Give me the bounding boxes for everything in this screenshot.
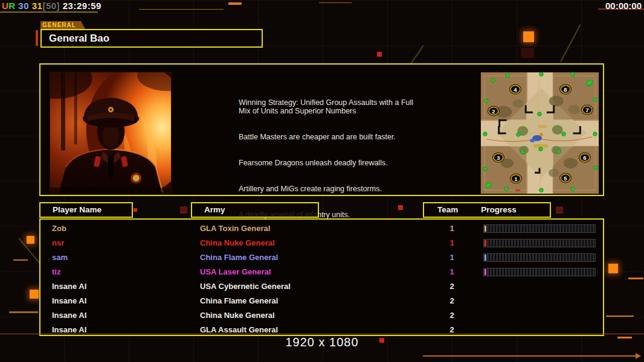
player-team: 1 xyxy=(446,253,457,262)
decor-square xyxy=(36,30,38,46)
decor-line xyxy=(9,311,38,313)
decor-arrow-head xyxy=(636,353,641,359)
map-resource-dot xyxy=(521,150,525,154)
strategy-paragraph: Artillery and MiGs create raging firesto… xyxy=(239,185,431,193)
map-resource-dot xyxy=(593,98,597,102)
player-name: Zob xyxy=(52,224,66,233)
map-resource-dot xyxy=(483,167,488,171)
map-resource-dot xyxy=(539,147,543,151)
header-team-progress: TeamProgress xyxy=(423,202,551,218)
decor-square xyxy=(27,236,34,244)
map-resource-dot xyxy=(539,72,544,77)
map-resource-dot xyxy=(594,166,598,170)
general-tab-label: GENERAL xyxy=(40,21,85,29)
progress-tick xyxy=(485,226,486,232)
map-resource-dot xyxy=(557,150,561,154)
player-progress-bar xyxy=(483,224,596,233)
player-name: Insane AI xyxy=(52,325,86,334)
gentool-overlay: UR 30 31[50] 23:29:59 xyxy=(2,1,101,11)
player-name: tiz xyxy=(52,267,60,276)
player-army: China Nuke General xyxy=(200,238,275,247)
player-army: China Flame General xyxy=(200,296,278,305)
general-info-panel: Winning Strategy: Unified Group Assaults… xyxy=(39,63,604,196)
decor-square xyxy=(556,206,563,214)
decor-square xyxy=(134,208,137,212)
decor-bottom-line xyxy=(0,334,644,334)
match-timer: 00:00:00 xyxy=(605,1,642,11)
map-resource-dot xyxy=(483,132,488,136)
player-progress-bar xyxy=(483,253,596,262)
map-resource-dot xyxy=(593,132,597,136)
gentool-clock: 23:29:59 xyxy=(63,1,101,11)
map-resource-dot xyxy=(506,74,510,78)
player-name: Insane AI xyxy=(52,282,86,291)
map-resource-dot xyxy=(562,132,566,136)
map-start-position: 1 xyxy=(510,174,521,183)
player-army: USA Laser General xyxy=(200,267,271,276)
map-resource-dot xyxy=(571,72,575,77)
map-start-position: 4 xyxy=(510,85,521,94)
gentool-value1: 30 xyxy=(18,1,29,11)
decor-square xyxy=(377,52,382,57)
progress-tick xyxy=(485,240,486,246)
decor-square xyxy=(180,206,187,214)
gentool-bracket: [50] xyxy=(42,1,60,11)
map-resource-dot xyxy=(491,78,495,83)
player-army: China Flame General xyxy=(200,253,278,262)
decor-arrow-line xyxy=(423,355,638,357)
decor-line xyxy=(0,11,98,13)
general-portrait xyxy=(50,72,172,194)
map-resource-dot xyxy=(517,133,521,137)
player-army: USA Cybernetic General xyxy=(200,282,291,291)
map-resource-dot xyxy=(539,188,544,192)
resolution-label: 1920 x 1080 xyxy=(0,335,644,349)
map-start-position: 6 xyxy=(579,153,590,162)
map-resource-dot xyxy=(538,112,542,116)
player-row: sam China Flame General 1 xyxy=(40,250,603,265)
decor-line xyxy=(606,316,634,317)
decor-square xyxy=(521,48,534,58)
player-progress-bar xyxy=(483,239,596,247)
decor-square xyxy=(523,31,534,42)
player-name: Insane AI xyxy=(52,296,86,305)
player-name: sam xyxy=(52,253,68,262)
player-row: Insane AI USA Cybernetic General 2 xyxy=(40,279,603,294)
player-row: tiz USA Laser General 1 xyxy=(40,265,603,279)
player-row: nsr China Nuke General 1 xyxy=(40,236,603,250)
map-start-position: 8 xyxy=(560,85,571,94)
players-panel: Zob GLA Toxin General 1 nsr China Nuke G… xyxy=(39,218,604,336)
general-name-box: General Bao xyxy=(40,29,263,48)
strategy-paragraph: Winning Strategy: Unified Group Assaults… xyxy=(239,98,431,115)
map-resource-dot xyxy=(485,99,489,103)
progress-tick xyxy=(485,269,486,275)
decor-line xyxy=(628,278,643,279)
map-resource-dot xyxy=(504,187,509,191)
map-start-position: 5 xyxy=(560,174,571,183)
map-preview: 12345678 xyxy=(480,72,599,194)
header-team: Team xyxy=(424,203,458,217)
player-team: 1 xyxy=(446,238,457,247)
general-portrait-image xyxy=(50,72,171,194)
player-army: China Nuke General xyxy=(200,311,275,320)
player-name: Insane AI xyxy=(52,311,86,320)
progress-tick xyxy=(485,255,486,261)
decor-line xyxy=(139,9,224,10)
player-progress-bar xyxy=(483,268,596,276)
player-team: 1 xyxy=(446,224,457,233)
map-start-position: 3 xyxy=(493,153,504,162)
strategy-paragraph: Fearsome Dragons unleash deadly firewall… xyxy=(239,159,431,167)
decor-line xyxy=(228,2,242,5)
player-army: GLA Assault General xyxy=(200,325,278,334)
gentool-ur: UR xyxy=(2,1,16,11)
player-row: Zob GLA Toxin General 1 xyxy=(40,221,603,236)
player-team: 2 xyxy=(446,325,457,334)
player-team: 2 xyxy=(446,296,457,305)
strategy-paragraph: Battle Masters are cheaper and are built… xyxy=(239,133,431,141)
player-name: nsr xyxy=(52,238,64,247)
decor-square xyxy=(608,264,618,273)
decor-square xyxy=(30,290,39,299)
player-team: 2 xyxy=(446,282,457,291)
header-player-name: Player Name xyxy=(39,202,133,218)
map-terrain xyxy=(481,72,599,194)
map-start-position: 2 xyxy=(488,107,499,116)
